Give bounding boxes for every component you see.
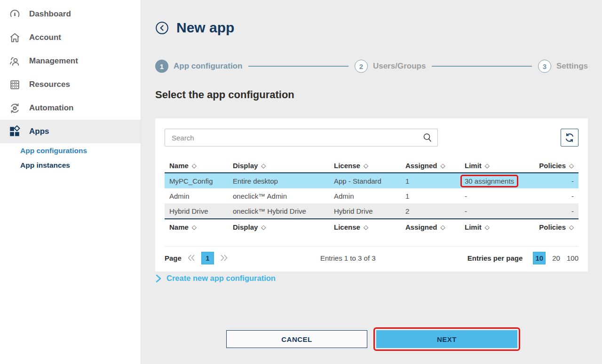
cell-display: oneclick™ Admin (233, 192, 334, 200)
home-icon (8, 31, 21, 44)
column-header-license[interactable]: License◇ (334, 223, 405, 231)
column-header-policies[interactable]: Policies◇ (528, 223, 578, 231)
sidebar-item-label: Management (29, 56, 78, 66)
create-new-app-configuration-link[interactable]: Create new app configuration (155, 274, 276, 283)
pagination-bar: Page 1 Entries 1 to 3 of 3 Entries per p… (165, 246, 578, 269)
refresh-icon (564, 132, 575, 143)
dashboard-icon (8, 8, 21, 20)
column-header-assigned[interactable]: Assigned◇ (405, 162, 465, 170)
next-button[interactable]: NEXT (376, 330, 517, 348)
column-header-limit[interactable]: Limit◇ (465, 223, 528, 231)
cell-name: Hybrid Drive (165, 207, 233, 215)
column-header-license[interactable]: License◇ (334, 162, 405, 170)
table-row-admin[interactable]: Admin oneclick™ Admin Admin 1 - - (165, 188, 578, 203)
app-configuration-panel: Name◇ Display◇ License◇ Assigned◇ Limit◇… (155, 118, 588, 271)
cell-name: Admin (165, 192, 233, 200)
main-content: New app 1 App configuration 2 Users/Grou… (141, 0, 602, 364)
sort-icon: ◇ (261, 162, 266, 169)
next-button-annotation-highlight: NEXT (373, 327, 520, 351)
sidebar-item-dashboard[interactable]: Dashboard (0, 2, 141, 26)
people-icon (8, 55, 21, 67)
column-header-limit[interactable]: Limit◇ (465, 162, 528, 170)
cell-limit: 30 assignments (465, 175, 528, 187)
step-connector (432, 66, 532, 67)
cancel-button[interactable]: CANCEL (226, 330, 367, 348)
cell-assigned: 1 (405, 177, 465, 185)
per-page-option-100[interactable]: 100 (567, 254, 578, 262)
cell-limit: - (465, 207, 528, 215)
sort-icon: ◇ (441, 162, 445, 169)
column-header-name[interactable]: Name◇ (165, 223, 233, 231)
table-row-hybrid-drive[interactable]: Hybrid Drive oneclick™ Hybrid Drive Hybr… (165, 203, 578, 218)
cell-assigned: 1 (405, 192, 465, 200)
step-number: 3 (538, 60, 551, 73)
cell-policies: - (528, 207, 578, 215)
step-label: Settings (556, 62, 588, 71)
table-row-mypc-config[interactable]: MyPC_Config Entire desktop App - Standar… (165, 173, 578, 188)
column-header-assigned[interactable]: Assigned◇ (405, 223, 465, 231)
create-link-label: Create new app configuration (166, 274, 276, 283)
limit-annotation-highlight: 30 assignments (460, 175, 518, 187)
cell-limit: - (465, 192, 528, 200)
sidebar-item-label: Resources (29, 80, 70, 89)
sort-icon: ◇ (192, 162, 197, 169)
cell-display: oneclick™ Hybrid Drive (233, 207, 334, 215)
cell-license: Admin (334, 192, 405, 200)
page-title: New app (176, 20, 234, 36)
step-users-groups[interactable]: 2 Users/Groups (355, 60, 426, 73)
sort-icon: ◇ (364, 224, 368, 231)
search-input[interactable] (165, 129, 438, 147)
sort-icon: ◇ (485, 224, 490, 231)
sidebar-subitem-app-configurations[interactable]: App configurations (0, 143, 141, 158)
sort-icon: ◇ (192, 224, 197, 231)
server-icon (8, 78, 21, 91)
table-header: Name◇ Display◇ License◇ Assigned◇ Limit◇… (165, 159, 578, 173)
entries-per-page-label: Entries per page (467, 254, 523, 262)
cell-assigned: 2 (405, 207, 465, 215)
sidebar-item-label: Automation (29, 103, 73, 113)
step-label: App configuration (174, 62, 242, 71)
column-header-display[interactable]: Display◇ (233, 223, 334, 231)
per-page-option-10[interactable]: 10 (533, 252, 546, 264)
column-header-policies[interactable]: Policies◇ (528, 162, 578, 170)
cell-policies: - (528, 177, 578, 185)
step-settings[interactable]: 3 Settings (538, 60, 588, 73)
entries-status: Entries 1 to 3 of 3 (320, 254, 376, 262)
sidebar-item-apps[interactable]: Apps (0, 120, 141, 143)
apps-icon (8, 125, 21, 138)
sidebar-subitem-label: App instances (20, 161, 70, 170)
step-connector (248, 66, 349, 67)
refresh-button[interactable] (561, 129, 578, 147)
sort-icon: ◇ (364, 162, 368, 169)
sidebar-item-management[interactable]: Management (0, 49, 141, 73)
sidebar-item-account[interactable]: Account (0, 26, 141, 49)
step-label: Users/Groups (373, 62, 426, 71)
cell-display: Entire desktop (233, 177, 334, 185)
back-button[interactable] (155, 21, 169, 35)
sidebar-item-automation[interactable]: Automation (0, 96, 141, 120)
sidebar-item-label: Account (29, 33, 61, 42)
step-number: 1 (155, 60, 168, 73)
column-header-display[interactable]: Display◇ (233, 162, 334, 170)
sidebar-subitem-app-instances[interactable]: App instances (0, 158, 141, 172)
column-header-name[interactable]: Name◇ (165, 162, 233, 170)
automation-icon (8, 102, 21, 114)
per-page-option-20[interactable]: 20 (552, 254, 560, 262)
sidebar: Dashboard Account Management (0, 0, 141, 364)
step-app-configuration[interactable]: 1 App configuration (155, 60, 242, 73)
current-page-button[interactable]: 1 (201, 252, 214, 264)
page-label: Page (165, 254, 182, 262)
sidebar-item-resources[interactable]: Resources (0, 73, 141, 96)
sort-icon: ◇ (261, 224, 266, 231)
search-icon (422, 132, 433, 143)
cell-license: Hybrid Drive (334, 207, 405, 215)
chevron-right-icon (155, 274, 162, 283)
first-page-button[interactable] (187, 254, 196, 262)
table-footer-header: Name◇ Display◇ License◇ Assigned◇ Limit◇… (165, 219, 578, 235)
last-page-button[interactable] (219, 254, 229, 262)
sort-icon: ◇ (441, 224, 445, 231)
sort-icon: ◇ (569, 162, 574, 169)
sort-icon: ◇ (569, 224, 574, 231)
wizard-stepper: 1 App configuration 2 Users/Groups 3 Set… (155, 60, 588, 73)
sidebar-item-label: Dashboard (29, 9, 71, 19)
